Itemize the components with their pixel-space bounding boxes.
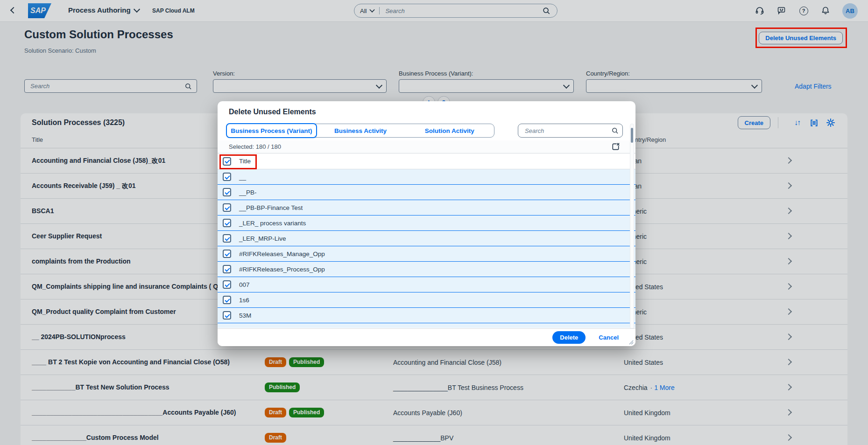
selection-summary-row: Selected: 180 / 180 (218, 140, 635, 153)
dialog-list-item[interactable]: _LER_ process variants (218, 216, 635, 231)
dialog-item-list: Title____PB-__PB-BP-Finance Test_LER_ pr… (218, 153, 635, 328)
dialog-search-field[interactable] (518, 124, 623, 138)
item-checkbox[interactable] (223, 296, 231, 304)
dialog-list-item[interactable]: __PB- (218, 185, 635, 200)
item-checkbox[interactable] (223, 250, 231, 258)
dialog-footer: Delete Cancel (218, 328, 635, 346)
item-label: 53M (239, 312, 251, 319)
select-all-checkbox[interactable] (223, 157, 231, 166)
dialog-list-item-partial (218, 323, 635, 328)
deselect-all-icon[interactable] (611, 142, 621, 152)
dialog-list-item[interactable]: #RIFKReleases_Process_Opp (218, 262, 635, 277)
dialog-tab-group: Business Process (Variant)Business Activ… (226, 124, 494, 138)
item-label: _LER_ process variants (239, 220, 306, 227)
item-checkbox[interactable] (223, 188, 231, 196)
cancel-button[interactable]: Cancel (596, 334, 621, 341)
item-label: 007 (239, 281, 250, 288)
dialog-list-item[interactable]: 007 (218, 277, 635, 292)
scrollbar-thumb[interactable] (631, 128, 633, 143)
dialog-tab-solution-activity[interactable]: Solution Activity (405, 124, 494, 137)
dialog-list-item[interactable]: __ (218, 169, 635, 185)
item-label: __ (239, 174, 246, 181)
search-icon[interactable] (611, 127, 619, 134)
dialog-title: Delete Unused Elements (229, 108, 316, 116)
dialog-list-item[interactable]: _LER_MRP-Live (218, 231, 635, 246)
dialog-tab-business-process-variant-[interactable]: Business Process (Variant) (226, 123, 317, 138)
item-label: 1s6 (239, 297, 249, 304)
delete-button[interactable]: Delete (552, 331, 586, 344)
item-checkbox[interactable] (223, 265, 231, 273)
item-label: _LER_MRP-Live (239, 235, 286, 242)
item-label: __PB- (239, 189, 257, 196)
item-label: #RIFKReleases_Manage_Opp (239, 250, 325, 257)
delete-unused-elements-dialog: Delete Unused Elements Business Process … (218, 101, 635, 346)
dialog-tab-business-activity[interactable]: Business Activity (316, 124, 405, 137)
dialog-list-item[interactable]: __PB-BP-Finance Test (218, 200, 635, 216)
item-checkbox[interactable] (223, 311, 231, 320)
item-checkbox[interactable] (223, 280, 231, 289)
dialog-search-input[interactable] (524, 127, 611, 135)
dialog-list-item[interactable]: #RIFKReleases_Manage_Opp (218, 246, 635, 262)
item-checkbox[interactable] (223, 173, 231, 181)
dialog-scrollbar[interactable] (630, 124, 634, 329)
item-checkbox[interactable] (223, 219, 231, 227)
item-checkbox[interactable] (223, 234, 231, 243)
dialog-list-header-label: Title (239, 158, 251, 165)
item-label: #RIFKReleases_Process_Opp (239, 266, 325, 273)
item-checkbox[interactable] (223, 203, 231, 212)
item-label: __PB-BP-Finance Test (239, 204, 303, 211)
dialog-list-item[interactable]: 1s6 (218, 292, 635, 308)
dialog-list-item[interactable]: 53M (218, 308, 635, 323)
dialog-list-header-row[interactable]: Title (218, 153, 635, 169)
selection-summary: Selected: 180 / 180 (229, 143, 281, 150)
resize-grip-icon[interactable] (628, 340, 634, 345)
